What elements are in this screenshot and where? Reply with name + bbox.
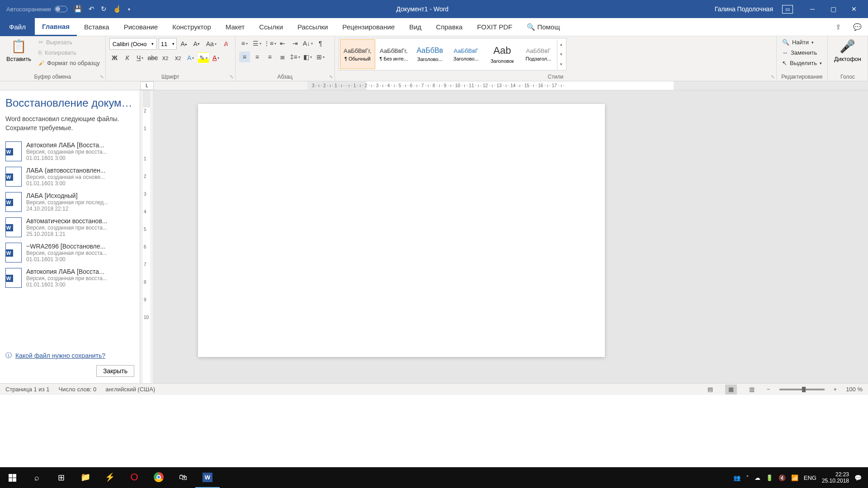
redo-icon[interactable]: ↻: [101, 5, 107, 13]
zoom-out-button[interactable]: −: [767, 386, 770, 393]
tab-view[interactable]: Вид: [402, 18, 429, 36]
align-left-button[interactable]: ≡: [239, 52, 250, 62]
comments-button[interactable]: 💬: [849, 19, 865, 35]
document-area[interactable]: [153, 90, 868, 383]
sort-button[interactable]: A↓: [302, 38, 313, 49]
people-icon[interactable]: 👥: [733, 474, 741, 481]
tab-file[interactable]: Файл: [0, 18, 35, 36]
highlight-button[interactable]: ✎: [198, 52, 209, 63]
print-layout-button[interactable]: ▦: [725, 385, 737, 394]
tab-layout[interactable]: Макет: [218, 18, 252, 36]
horizontal-ruler[interactable]: 3 · ı · 2 · ı · 1 · ı · · ı · 1 · ı · 2 …: [307, 81, 868, 90]
show-marks-button[interactable]: ¶: [315, 38, 326, 49]
autosave-toggle[interactable]: Автосохранение: [6, 6, 67, 13]
recovery-item[interactable]: ~WRA2696 [Восстановле...Версия, созданна…: [5, 240, 134, 265]
tab-home[interactable]: Главная: [35, 18, 77, 36]
clock[interactable]: 22:2325.10.2018: [822, 471, 849, 484]
strikethrough-button[interactable]: abc: [147, 52, 158, 63]
line-spacing-button[interactable]: ‡≡: [290, 52, 301, 62]
share-button[interactable]: ⇪: [830, 19, 846, 35]
web-layout-button[interactable]: ▥: [746, 385, 758, 394]
page[interactable]: [198, 104, 605, 357]
increase-indent-button[interactable]: ⇥: [290, 38, 301, 49]
username[interactable]: Галина Подолочная: [715, 5, 773, 13]
style-subtitle[interactable]: АаБбВвГПодзагол...: [521, 39, 556, 69]
opera-button[interactable]: O: [122, 467, 146, 488]
recovery-item[interactable]: Автокопия ЛАБА [Восста...Версия, созданн…: [5, 139, 134, 164]
clear-formatting-button[interactable]: A̷: [221, 38, 231, 49]
wifi-icon[interactable]: 📶: [791, 474, 798, 481]
tab-foxit[interactable]: FOXIT PDF: [470, 18, 519, 36]
justify-button[interactable]: ≣: [277, 52, 288, 62]
undo-icon[interactable]: ↶: [89, 5, 94, 13]
qat-customize-icon[interactable]: ▾: [128, 7, 130, 12]
numbering-button[interactable]: ☰: [252, 38, 263, 49]
launcher-icon[interactable]: ⤡: [771, 74, 774, 79]
align-center-button[interactable]: ≡: [252, 52, 263, 62]
minimize-button[interactable]: ─: [802, 0, 823, 18]
file-explorer-button[interactable]: 📁: [73, 467, 98, 488]
zoom-slider[interactable]: [779, 389, 825, 390]
paste-button[interactable]: 📋 Вставить: [4, 38, 34, 63]
save-icon[interactable]: 💾: [74, 5, 82, 13]
close-button[interactable]: ✕: [844, 0, 864, 18]
font-size-combo[interactable]: 11▾: [159, 38, 177, 50]
bold-button[interactable]: Ж: [109, 52, 120, 63]
borders-button[interactable]: ⊞: [315, 52, 326, 62]
recovery-help-link[interactable]: ⓘКакой файл нужно сохранить?: [5, 348, 134, 363]
tab-references[interactable]: Ссылки: [252, 18, 290, 36]
recovery-item[interactable]: Автокопия ЛАБА [Восста...Версия, созданн…: [5, 265, 134, 291]
underline-button[interactable]: Ч: [135, 52, 146, 63]
cut-button[interactable]: ✂Вырезать: [37, 38, 102, 47]
action-center-icon[interactable]: 💬: [854, 474, 862, 481]
tell-me[interactable]: 🔍 Помощ: [519, 18, 567, 36]
copy-button[interactable]: ⎘Копировать: [37, 48, 102, 57]
task-view-button[interactable]: ⊞: [49, 467, 73, 488]
style-heading2[interactable]: АаБбВвГЗаголово...: [448, 39, 484, 69]
multilevel-button[interactable]: ⋮≡: [264, 38, 275, 49]
tray-chevron-icon[interactable]: ˄: [746, 474, 749, 481]
text-effects-button[interactable]: A: [185, 52, 196, 63]
style-heading1[interactable]: АаБбВвЗаголово...: [412, 39, 448, 69]
zoom-level[interactable]: 100 %: [846, 386, 863, 393]
format-painter-button[interactable]: 🖌Формат по образцу: [37, 59, 102, 67]
tab-review[interactable]: Рецензирование: [335, 18, 402, 36]
align-right-button[interactable]: ≡: [264, 52, 275, 62]
font-name-combo[interactable]: Calibri (Осно▾: [109, 38, 157, 50]
maximize-button[interactable]: ▢: [823, 0, 844, 18]
app-exness-button[interactable]: ⚡: [98, 467, 122, 488]
volume-icon[interactable]: 🔇: [778, 474, 786, 481]
font-color-button[interactable]: A: [211, 52, 222, 63]
recovery-close-button[interactable]: Закрыть: [96, 365, 134, 377]
vertical-ruler[interactable]: 2112345678910: [143, 90, 150, 383]
style-normal[interactable]: АаБбВвГг,¶ Обычный: [340, 39, 375, 69]
touch-mode-icon[interactable]: ☝: [113, 5, 122, 13]
word-taskbar-button[interactable]: W: [195, 467, 220, 488]
recovery-item[interactable]: ЛАБА (автовосстановлен...Версия, созданн…: [5, 164, 134, 189]
decrease-indent-button[interactable]: ⇤: [277, 38, 288, 49]
search-button[interactable]: ⌕: [24, 467, 49, 488]
subscript-button[interactable]: x2: [160, 52, 171, 63]
shading-button[interactable]: ◧: [302, 52, 313, 62]
replace-button[interactable]: ↔Заменить: [780, 48, 824, 57]
ribbon-display-icon[interactable]: ▭: [782, 5, 793, 14]
status-page[interactable]: Страница 1 из 1: [5, 386, 49, 393]
italic-button[interactable]: К: [122, 52, 133, 63]
styles-gallery[interactable]: АаБбВвГг,¶ Обычный АаБбВвГг,¶ Без инте..…: [339, 38, 566, 70]
status-language[interactable]: английский (США): [105, 386, 155, 393]
style-no-spacing[interactable]: АаБбВвГг,¶ Без инте...: [376, 39, 411, 69]
tab-design[interactable]: Конструктор: [165, 18, 218, 36]
launcher-icon[interactable]: ⤡: [230, 74, 233, 79]
tab-selector[interactable]: L: [140, 81, 154, 90]
launcher-icon[interactable]: ⤡: [329, 74, 333, 79]
status-words[interactable]: Число слов: 0: [58, 386, 96, 393]
onedrive-icon[interactable]: ☁: [755, 474, 760, 481]
tab-draw[interactable]: Рисование: [117, 18, 165, 36]
dictation-button[interactable]: 🎤 Диктофон: [831, 38, 864, 63]
shrink-font-button[interactable]: A▾: [191, 38, 202, 49]
read-mode-button[interactable]: ▤: [704, 385, 716, 394]
styles-more[interactable]: ▴▾▾: [557, 39, 565, 69]
grow-font-button[interactable]: A▴: [179, 38, 189, 49]
recovery-item[interactable]: Автоматически восстанов...Версия, создан…: [5, 215, 134, 240]
tab-help[interactable]: Справка: [429, 18, 470, 36]
